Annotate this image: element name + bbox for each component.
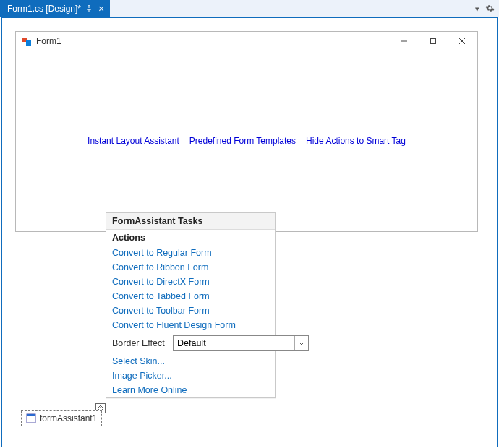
close-tab-button[interactable]: ×: [97, 3, 106, 14]
close-button[interactable]: [450, 34, 474, 48]
action-image-picker[interactable]: Image Picker...: [106, 369, 275, 383]
chevron-down-icon[interactable]: [294, 336, 308, 350]
action-select-skin[interactable]: Select Skin...: [106, 354, 275, 369]
border-effect-label: Border Effect: [112, 338, 167, 348]
tray-item-formassistant1[interactable]: formAssistant1: [21, 410, 102, 426]
component-icon: [26, 413, 36, 423]
smarttag-section-actions: Actions: [106, 230, 275, 246]
action-convert-fluent[interactable]: Convert to Fluent Design Form: [106, 318, 275, 332]
form-title-text: Form1: [36, 36, 61, 46]
form-titlebar: Form1: [16, 32, 477, 51]
action-convert-regular[interactable]: Convert to Regular Form: [106, 246, 275, 260]
form-templates-link[interactable]: Predefined Form Templates: [189, 136, 296, 146]
hide-actions-link[interactable]: Hide Actions to Smart Tag: [306, 136, 406, 146]
pin-icon[interactable]: [85, 5, 93, 12]
maximize-button[interactable]: [421, 34, 445, 48]
action-convert-toolbar[interactable]: Convert to Toolbar Form: [106, 303, 275, 318]
tray-item-label: formAssistant1: [40, 413, 97, 423]
border-effect-combo[interactable]: [173, 335, 309, 351]
svg-rect-7: [27, 414, 35, 416]
smarttag-panel: FormAssistant Tasks Actions Convert to R…: [106, 212, 276, 398]
designer-pane: Form1 Instant Layout Assistant Predefine…: [1, 17, 498, 447]
document-tab-strip: Form1.cs [Design]* × ▾: [0, 0, 499, 17]
minimize-button[interactable]: [392, 34, 417, 48]
border-effect-input[interactable]: [174, 336, 294, 350]
action-convert-ribbon[interactable]: Convert to Ribbon Form: [106, 260, 275, 275]
border-effect-row: Border Effect: [106, 332, 275, 354]
gear-icon[interactable]: [485, 4, 495, 14]
document-tab-form1-design[interactable]: Form1.cs [Design]* ×: [0, 0, 110, 17]
app-icon: [22, 36, 32, 46]
svg-rect-1: [26, 40, 31, 46]
form-client-area[interactable]: Instant Layout Assistant Predefined Form…: [16, 51, 477, 231]
action-learn-more[interactable]: Learn More Online: [106, 383, 275, 397]
document-tab-title: Form1.cs [Design]*: [7, 4, 81, 14]
component-tray: formAssistant1: [21, 410, 102, 426]
form-designer-surface[interactable]: Form1 Instant Layout Assistant Predefine…: [15, 31, 478, 232]
smarttag-title: FormAssistant Tasks: [106, 213, 275, 230]
layout-assistant-link[interactable]: Instant Layout Assistant: [88, 136, 179, 146]
action-convert-directx[interactable]: Convert to DirectX Form: [106, 275, 275, 289]
window-dropdown-icon[interactable]: ▾: [475, 4, 479, 14]
action-convert-tabbed[interactable]: Convert to Tabbed Form: [106, 289, 275, 303]
svg-rect-3: [431, 39, 436, 44]
